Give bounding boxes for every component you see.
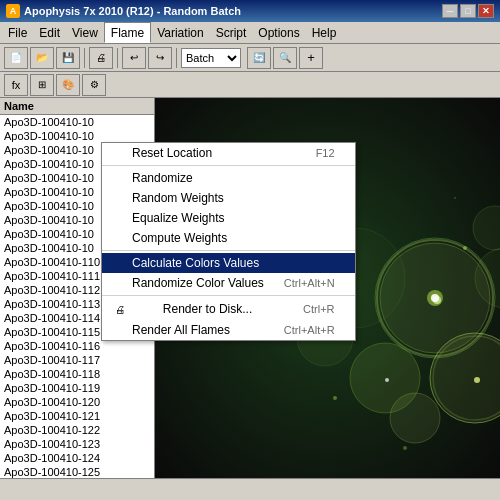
maximize-button[interactable]: □ bbox=[460, 4, 476, 18]
undo-button[interactable]: ↩ bbox=[122, 47, 146, 69]
menu-render-to-disk[interactable]: 🖨 Render to Disk... Ctrl+R bbox=[102, 298, 355, 320]
separator-c bbox=[102, 295, 355, 296]
batch-select[interactable]: Batch bbox=[181, 48, 241, 68]
toolbar-secondary: fx ⊞ 🎨 ⚙ bbox=[0, 72, 500, 98]
separator-3 bbox=[176, 48, 177, 68]
separator-1 bbox=[84, 48, 85, 68]
status-bar bbox=[0, 478, 500, 500]
menu-render-all[interactable]: Render All Flames Ctrl+Alt+R bbox=[102, 320, 355, 340]
file-item[interactable]: Apo3D-100410-122 bbox=[0, 423, 154, 437]
svg-point-11 bbox=[385, 378, 389, 382]
file-item[interactable]: Apo3D-100410-124 bbox=[0, 451, 154, 465]
menu-flame[interactable]: Flame bbox=[104, 22, 151, 43]
grid-btn[interactable]: ⊞ bbox=[30, 74, 54, 96]
menu-variation[interactable]: Variation bbox=[151, 22, 209, 43]
separator-b bbox=[102, 250, 355, 251]
menu-file[interactable]: File bbox=[2, 22, 33, 43]
file-item[interactable]: Apo3D-100410-125 bbox=[0, 465, 154, 478]
file-list-header: Name bbox=[0, 98, 154, 115]
file-item[interactable]: Apo3D-100410-116 bbox=[0, 339, 154, 353]
file-item[interactable]: Apo3D-100410-117 bbox=[0, 353, 154, 367]
separator-a bbox=[102, 165, 355, 166]
print-button[interactable]: 🖨 bbox=[89, 47, 113, 69]
file-item[interactable]: Apo3D-100410-121 bbox=[0, 409, 154, 423]
menu-edit[interactable]: Edit bbox=[33, 22, 66, 43]
svg-point-6 bbox=[390, 393, 440, 443]
file-item[interactable]: Apo3D-100410-118 bbox=[0, 367, 154, 381]
menu-calculate-colors[interactable]: Calculate Colors Values bbox=[102, 253, 355, 273]
zoom-out-button[interactable]: 🔍 bbox=[273, 47, 297, 69]
menu-script[interactable]: Script bbox=[210, 22, 253, 43]
svg-point-10 bbox=[474, 377, 480, 383]
menu-random-weights[interactable]: Random Weights bbox=[102, 188, 355, 208]
flame-dropdown-menu: Reset Location F12 Randomize Random Weig… bbox=[101, 142, 356, 341]
menu-compute-weights[interactable]: Compute Weights bbox=[102, 228, 355, 248]
open-button[interactable]: 📂 bbox=[30, 47, 54, 69]
svg-point-26 bbox=[454, 197, 456, 199]
menu-view[interactable]: View bbox=[66, 22, 104, 43]
separator-2 bbox=[117, 48, 118, 68]
menu-equalize-weights[interactable]: Equalize Weights bbox=[102, 208, 355, 228]
window-controls: ─ □ ✕ bbox=[442, 4, 494, 18]
zoom-in-button[interactable]: + bbox=[299, 47, 323, 69]
toolbar-main: 📄 📂 💾 🖨 ↩ ↪ Batch 🔄 🔍 + bbox=[0, 44, 500, 72]
menu-randomize-color[interactable]: Randomize Color Values Ctrl+Alt+N bbox=[102, 273, 355, 293]
svg-point-16 bbox=[403, 446, 407, 450]
app-title: Apophysis 7x 2010 (R12) - Random Batch bbox=[24, 5, 241, 17]
menu-randomize[interactable]: Randomize bbox=[102, 168, 355, 188]
svg-point-13 bbox=[431, 294, 439, 302]
file-item[interactable]: Apo3D-100410-119 bbox=[0, 381, 154, 395]
file-item[interactable]: Apo3D-100410-120 bbox=[0, 395, 154, 409]
menu-bar: File Edit View Flame Variation Script Op… bbox=[0, 22, 500, 44]
extra-btn[interactable]: ⚙ bbox=[82, 74, 106, 96]
file-item[interactable]: Apo3D-100410-10 bbox=[0, 115, 154, 129]
render-icon: 🖨 bbox=[112, 301, 128, 317]
file-item[interactable]: Apo3D-100410-10 bbox=[0, 129, 154, 143]
title-bar: A Apophysis 7x 2010 (R12) - Random Batch… bbox=[0, 0, 500, 22]
menu-help[interactable]: Help bbox=[306, 22, 343, 43]
new-button[interactable]: 📄 bbox=[4, 47, 28, 69]
svg-point-18 bbox=[333, 396, 337, 400]
menu-options[interactable]: Options bbox=[252, 22, 305, 43]
refresh-button[interactable]: 🔄 bbox=[247, 47, 271, 69]
menu-reset-location[interactable]: Reset Location F12 bbox=[102, 143, 355, 163]
color-btn[interactable]: 🎨 bbox=[56, 74, 80, 96]
formula-btn[interactable]: fx bbox=[4, 74, 28, 96]
redo-button[interactable]: ↪ bbox=[148, 47, 172, 69]
app-icon: A bbox=[6, 4, 20, 18]
main-area: Name Apo3D-100410-10Apo3D-100410-10Apo3D… bbox=[0, 98, 500, 478]
save-button[interactable]: 💾 bbox=[56, 47, 80, 69]
close-button[interactable]: ✕ bbox=[478, 4, 494, 18]
minimize-button[interactable]: ─ bbox=[442, 4, 458, 18]
file-item[interactable]: Apo3D-100410-123 bbox=[0, 437, 154, 451]
